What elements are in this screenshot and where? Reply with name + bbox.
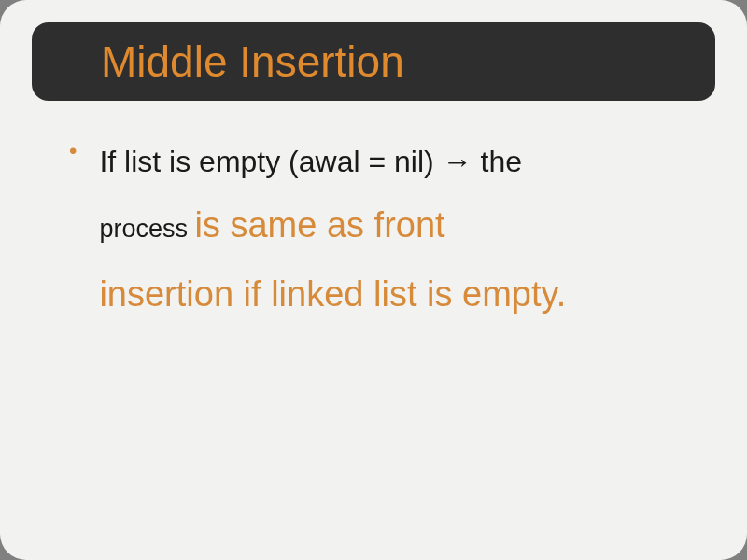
slide: Middle Insertion • If list is empty (awa…: [0, 0, 747, 560]
bullet-icon: •: [69, 133, 77, 170]
arrow-icon: →: [443, 145, 472, 178]
text-process: process: [99, 215, 194, 243]
text-highlight-1: is same as front: [194, 205, 444, 245]
text-lead: If list is empty (awal = nil): [99, 145, 442, 178]
text-after-arrow: the: [472, 145, 522, 178]
text-highlight-2: insertion if linked list is empty: [99, 274, 556, 314]
slide-title: Middle Insertion: [101, 36, 404, 87]
title-bar: Middle Insertion: [32, 22, 715, 101]
bullet-item: • If list is empty (awal = nil) → the pr…: [63, 133, 684, 329]
text-period: .: [557, 274, 567, 314]
bullet-text: If list is empty (awal = nil) → the proc…: [99, 133, 684, 329]
slide-content: • If list is empty (awal = nil) → the pr…: [17, 133, 730, 329]
